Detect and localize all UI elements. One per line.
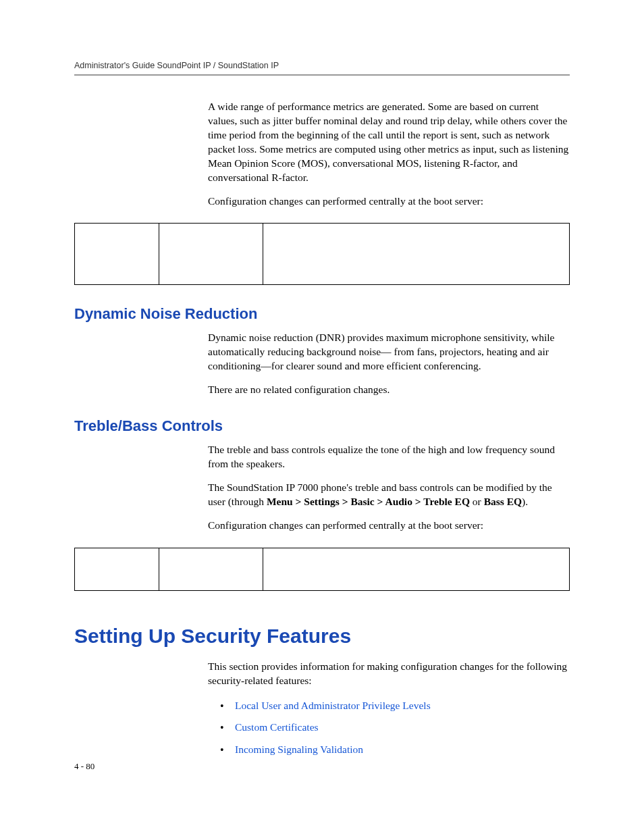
treble-paragraph-2: The SoundStation IP 7000 phone's treble … (208, 481, 570, 509)
header-rule (74, 74, 570, 76)
list-item: Local User and Administrator Privilege L… (220, 698, 570, 714)
treble-block: The treble and bass controls equalize th… (208, 443, 570, 533)
config-table-2 (74, 548, 570, 591)
security-intro-block: This section provides information for ma… (208, 660, 570, 688)
running-header: Administrator's Guide SoundPoint IP / So… (74, 61, 570, 70)
intro-paragraph-1: A wide range of performance metrics are … (208, 100, 570, 185)
page: Administrator's Guide SoundPoint IP / So… (0, 0, 644, 834)
link-local-user-admin-privilege[interactable]: Local User and Administrator Privilege L… (235, 700, 431, 711)
table-cell (263, 548, 569, 590)
link-incoming-signaling-validation[interactable]: Incoming Signaling Validation (235, 744, 363, 755)
table-cell (75, 548, 159, 590)
text-fragment: ). (522, 496, 528, 507)
heading-treble-bass-controls: Treble/Bass Controls (74, 417, 570, 435)
text-fragment: or (470, 496, 484, 507)
page-number: 4 - 80 (74, 761, 95, 772)
list-item: Custom Certificates (220, 719, 570, 736)
dnr-paragraph-2: There are no related configuration chang… (208, 383, 570, 397)
table-row (75, 224, 570, 285)
intro-block: A wide range of performance metrics are … (208, 100, 570, 208)
intro-paragraph-2: Configuration changes can performed cent… (208, 194, 570, 209)
treble-paragraph-3: Configuration changes can performed cent… (208, 519, 570, 533)
treble-paragraph-1: The treble and bass controls equalize th… (208, 443, 570, 471)
table-row (75, 548, 570, 590)
security-bullet-list: Local User and Administrator Privilege L… (208, 698, 570, 758)
table-cell (263, 224, 569, 285)
list-item: Incoming Signaling Validation (220, 741, 570, 758)
dnr-block: Dynamic noise reduction (DNR) provides m… (208, 331, 570, 397)
config-table-1 (74, 223, 570, 285)
table-cell (159, 548, 263, 590)
table-cell (75, 224, 159, 285)
heading-dynamic-noise-reduction: Dynamic Noise Reduction (74, 305, 570, 323)
menu-path-bold: Bass EQ (484, 496, 522, 507)
table-cell (159, 224, 263, 285)
heading-setting-up-security-features: Setting Up Security Features (74, 625, 570, 648)
security-paragraph-1: This section provides information for ma… (208, 660, 570, 688)
link-custom-certificates[interactable]: Custom Certificates (235, 721, 319, 733)
dnr-paragraph-1: Dynamic noise reduction (DNR) provides m… (208, 331, 570, 373)
menu-path-bold: Menu > Settings > Basic > Audio > Treble… (267, 496, 470, 507)
